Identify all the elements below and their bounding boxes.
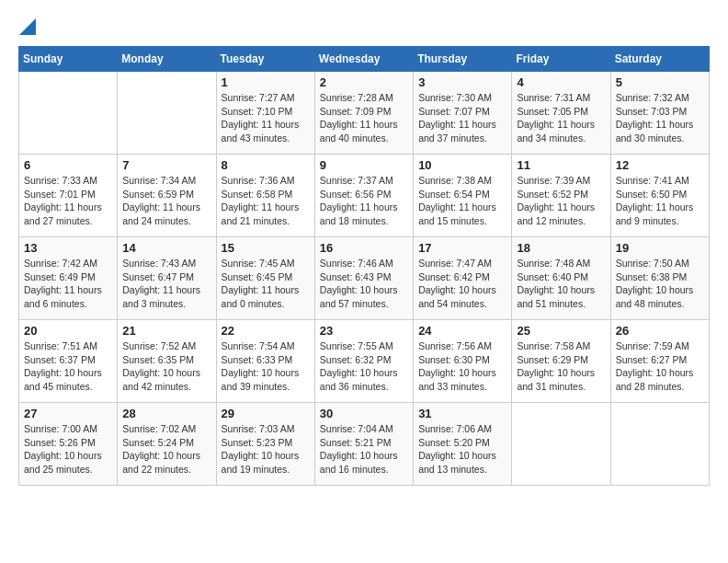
day-number: 24 — [418, 324, 506, 338]
weekday-header-sunday: Sunday — [19, 47, 118, 72]
day-number: 19 — [616, 241, 704, 255]
calendar-cell: 4Sunrise: 7:31 AMSunset: 7:05 PMDaylight… — [512, 72, 610, 155]
day-info: Sunrise: 7:04 AMSunset: 5:21 PMDaylight:… — [320, 422, 408, 477]
calendar-cell: 2Sunrise: 7:28 AMSunset: 7:09 PMDaylight… — [314, 72, 413, 155]
calendar-cell: 21Sunrise: 7:52 AMSunset: 6:35 PMDayligh… — [118, 320, 216, 403]
weekday-header-monday: Monday — [118, 47, 216, 72]
day-info: Sunrise: 7:52 AMSunset: 6:35 PMDaylight:… — [122, 339, 210, 394]
calendar-cell: 23Sunrise: 7:55 AMSunset: 6:32 PMDayligh… — [314, 320, 413, 403]
day-info: Sunrise: 7:51 AMSunset: 6:37 PMDaylight:… — [24, 339, 112, 394]
day-number: 15 — [222, 241, 310, 255]
calendar-cell: 25Sunrise: 7:58 AMSunset: 6:29 PMDayligh… — [512, 320, 610, 403]
calendar-cell: 5Sunrise: 7:32 AMSunset: 7:03 PMDaylight… — [610, 72, 709, 155]
day-number: 20 — [24, 324, 112, 338]
calendar-cell — [118, 72, 216, 155]
weekday-header-thursday: Thursday — [414, 47, 512, 72]
day-number: 7 — [122, 158, 210, 172]
day-number: 23 — [320, 324, 408, 338]
weekday-header-wednesday: Wednesday — [314, 47, 413, 72]
day-number: 26 — [616, 324, 704, 338]
calendar-cell: 10Sunrise: 7:38 AMSunset: 6:54 PMDayligh… — [414, 155, 512, 237]
calendar-cell — [512, 403, 610, 486]
day-info: Sunrise: 7:56 AMSunset: 6:30 PMDaylight:… — [418, 339, 506, 394]
day-number: 1 — [222, 75, 310, 89]
day-info: Sunrise: 7:50 AMSunset: 6:38 PMDaylight:… — [616, 257, 704, 311]
calendar-cell: 28Sunrise: 7:02 AMSunset: 5:24 PMDayligh… — [118, 403, 216, 486]
day-info: Sunrise: 7:32 AMSunset: 7:03 PMDaylight:… — [616, 91, 704, 145]
day-info: Sunrise: 7:46 AMSunset: 6:43 PMDaylight:… — [320, 257, 408, 311]
day-info: Sunrise: 7:06 AMSunset: 5:20 PMDaylight:… — [418, 422, 506, 477]
day-info: Sunrise: 7:37 AMSunset: 6:56 PMDaylight:… — [320, 174, 408, 228]
calendar-cell: 31Sunrise: 7:06 AMSunset: 5:20 PMDayligh… — [414, 403, 512, 486]
day-number: 31 — [418, 407, 506, 420]
day-info: Sunrise: 7:03 AMSunset: 5:23 PMDaylight:… — [222, 422, 310, 477]
day-number: 17 — [418, 241, 506, 255]
day-info: Sunrise: 7:47 AMSunset: 6:42 PMDaylight:… — [418, 257, 506, 311]
calendar-cell: 27Sunrise: 7:00 AMSunset: 5:26 PMDayligh… — [19, 403, 118, 486]
calendar-cell: 3Sunrise: 7:30 AMSunset: 7:07 PMDaylight… — [414, 72, 512, 155]
calendar-cell: 16Sunrise: 7:46 AMSunset: 6:43 PMDayligh… — [314, 237, 413, 320]
calendar-cell: 20Sunrise: 7:51 AMSunset: 6:37 PMDayligh… — [19, 320, 118, 403]
calendar-cell: 17Sunrise: 7:47 AMSunset: 6:42 PMDayligh… — [414, 237, 512, 320]
day-info: Sunrise: 7:48 AMSunset: 6:40 PMDaylight:… — [517, 257, 605, 311]
logo — [18, 18, 37, 31]
calendar-cell: 24Sunrise: 7:56 AMSunset: 6:30 PMDayligh… — [414, 320, 512, 403]
calendar-cell: 15Sunrise: 7:45 AMSunset: 6:45 PMDayligh… — [216, 237, 314, 320]
day-number: 25 — [517, 324, 605, 338]
calendar-table: SundayMondayTuesdayWednesdayThursdayFrid… — [18, 46, 710, 486]
day-number: 21 — [122, 324, 210, 338]
day-info: Sunrise: 7:54 AMSunset: 6:33 PMDaylight:… — [222, 339, 310, 394]
day-info: Sunrise: 7:55 AMSunset: 6:32 PMDaylight:… — [320, 339, 408, 394]
calendar-cell: 11Sunrise: 7:39 AMSunset: 6:52 PMDayligh… — [512, 155, 610, 237]
day-number: 11 — [517, 158, 605, 172]
day-number: 16 — [320, 241, 408, 255]
day-number: 9 — [320, 158, 408, 172]
day-number: 10 — [418, 158, 506, 172]
calendar-cell: 22Sunrise: 7:54 AMSunset: 6:33 PMDayligh… — [216, 320, 314, 403]
svg-marker-0 — [19, 18, 36, 35]
calendar-cell — [19, 72, 118, 155]
day-info: Sunrise: 7:36 AMSunset: 6:58 PMDaylight:… — [222, 174, 310, 228]
calendar-cell: 7Sunrise: 7:34 AMSunset: 6:59 PMDaylight… — [118, 155, 216, 237]
day-number: 8 — [222, 158, 310, 172]
day-number: 27 — [24, 407, 112, 420]
day-info: Sunrise: 7:41 AMSunset: 6:50 PMDaylight:… — [616, 174, 704, 228]
day-info: Sunrise: 7:27 AMSunset: 7:10 PMDaylight:… — [222, 91, 310, 145]
day-number: 22 — [222, 324, 310, 338]
day-number: 14 — [122, 241, 210, 255]
calendar-cell: 26Sunrise: 7:59 AMSunset: 6:27 PMDayligh… — [610, 320, 709, 403]
day-info: Sunrise: 7:38 AMSunset: 6:54 PMDaylight:… — [418, 174, 506, 228]
calendar-cell: 13Sunrise: 7:42 AMSunset: 6:49 PMDayligh… — [19, 237, 118, 320]
page-header — [18, 18, 710, 31]
day-info: Sunrise: 7:31 AMSunset: 7:05 PMDaylight:… — [517, 91, 605, 145]
day-info: Sunrise: 7:02 AMSunset: 5:24 PMDaylight:… — [122, 422, 210, 477]
day-number: 13 — [24, 241, 112, 255]
calendar-cell: 30Sunrise: 7:04 AMSunset: 5:21 PMDayligh… — [314, 403, 413, 486]
day-info: Sunrise: 7:00 AMSunset: 5:26 PMDaylight:… — [24, 422, 112, 477]
day-info: Sunrise: 7:34 AMSunset: 6:59 PMDaylight:… — [122, 174, 210, 228]
day-number: 18 — [517, 241, 605, 255]
logo-arrow-icon — [19, 18, 36, 35]
calendar-cell: 1Sunrise: 7:27 AMSunset: 7:10 PMDaylight… — [216, 72, 314, 155]
weekday-header-friday: Friday — [512, 47, 610, 72]
day-number: 30 — [320, 407, 408, 420]
calendar-cell: 14Sunrise: 7:43 AMSunset: 6:47 PMDayligh… — [118, 237, 216, 320]
day-info: Sunrise: 7:59 AMSunset: 6:27 PMDaylight:… — [616, 339, 704, 394]
day-info: Sunrise: 7:43 AMSunset: 6:47 PMDaylight:… — [122, 257, 210, 311]
day-number: 29 — [222, 407, 310, 420]
day-number: 4 — [517, 75, 605, 89]
day-info: Sunrise: 7:30 AMSunset: 7:07 PMDaylight:… — [418, 91, 506, 145]
calendar-cell: 9Sunrise: 7:37 AMSunset: 6:56 PMDaylight… — [314, 155, 413, 237]
day-number: 3 — [418, 75, 506, 89]
calendar-cell — [610, 403, 709, 486]
weekday-header-tuesday: Tuesday — [216, 47, 314, 72]
day-info: Sunrise: 7:42 AMSunset: 6:49 PMDaylight:… — [24, 257, 112, 311]
calendar-cell: 8Sunrise: 7:36 AMSunset: 6:58 PMDaylight… — [216, 155, 314, 237]
calendar-cell: 19Sunrise: 7:50 AMSunset: 6:38 PMDayligh… — [610, 237, 709, 320]
day-info: Sunrise: 7:33 AMSunset: 7:01 PMDaylight:… — [24, 174, 112, 228]
day-number: 12 — [616, 158, 704, 172]
calendar-cell: 12Sunrise: 7:41 AMSunset: 6:50 PMDayligh… — [610, 155, 709, 237]
day-number: 2 — [320, 75, 408, 89]
weekday-header-saturday: Saturday — [610, 47, 709, 72]
calendar-cell: 18Sunrise: 7:48 AMSunset: 6:40 PMDayligh… — [512, 237, 610, 320]
